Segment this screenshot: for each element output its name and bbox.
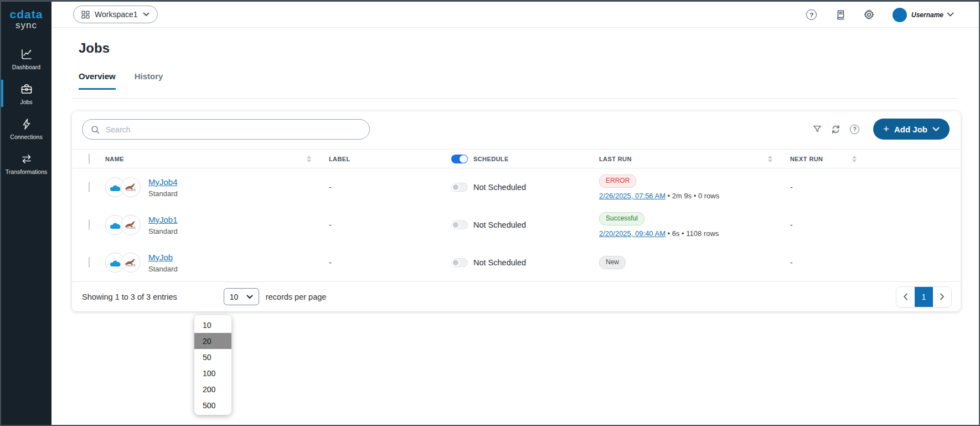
sidebar-nav: Dashboard Jobs: [1, 43, 51, 179]
search-icon: [90, 125, 100, 135]
page-size-option[interactable]: 50: [194, 349, 231, 365]
sidebar-item-jobs[interactable]: Jobs: [1, 78, 51, 109]
app-window: cdata sync Dashboard: [0, 0, 980, 426]
dashboard-chart-icon: [20, 48, 33, 61]
table-row: MariaDB MyJob1 Standard - Not Scheduled: [72, 206, 961, 244]
transformations-arrows-icon: [20, 152, 33, 166]
next-run-cell: -: [790, 183, 952, 192]
refresh-button[interactable]: [827, 120, 845, 138]
mariadb-label: MariaDB: [126, 189, 136, 192]
sidebar: cdata sync Dashboard: [1, 2, 51, 425]
page-size-dropdown: 10 20 50 100 200 500: [194, 315, 231, 415]
tab-history[interactable]: History: [135, 71, 163, 90]
topbar-actions: ? Usern: [793, 2, 954, 28]
job-name-link[interactable]: MyJob: [148, 253, 173, 262]
table-help-button[interactable]: ?: [845, 120, 864, 138]
status-badge: New: [599, 256, 626, 269]
docs-book-icon: [835, 9, 846, 20]
page-size-select[interactable]: 10: [224, 288, 259, 305]
page-size-option[interactable]: 200: [194, 381, 231, 397]
job-name-link[interactable]: MyJob1: [148, 215, 178, 224]
last-run-link[interactable]: 2/26/2025, 07:56 AM: [599, 192, 666, 200]
search-box: [82, 119, 370, 140]
settings-gear-icon: [863, 9, 875, 20]
job-type: Standard: [148, 189, 178, 198]
settings-button[interactable]: [859, 5, 879, 25]
last-run-meta: • 2m 9s • 0 rows: [666, 192, 719, 200]
prev-page-button[interactable]: [896, 287, 915, 307]
help-button[interactable]: ?: [802, 5, 822, 25]
select-all-checkbox[interactable]: [89, 153, 90, 164]
row-checkbox[interactable]: [89, 257, 90, 268]
table-header: NAME LABEL SCHEDULE LAST RUN NEXT RUN: [72, 149, 961, 168]
column-header-label: LABEL: [329, 156, 451, 162]
jobs-briefcase-icon: [20, 83, 33, 96]
add-job-button[interactable]: + Add Job: [873, 119, 950, 140]
records-per-page-label: records per page: [266, 292, 327, 301]
logo-sync: sync: [10, 20, 43, 30]
row-checkbox[interactable]: [89, 182, 90, 192]
topbar: Workspace1 ?: [51, 2, 979, 28]
table-footer: Showing 1 to 3 of 3 entries 10 records p…: [72, 281, 961, 311]
page-size-option[interactable]: 500: [194, 397, 231, 413]
filter-button[interactable]: [808, 120, 827, 138]
column-label: LABEL: [329, 156, 350, 162]
help-icon: ?: [806, 9, 817, 20]
job-type: Standard: [148, 265, 178, 273]
tabs-divider: [72, 98, 958, 99]
logo-cdata: cdata: [10, 8, 43, 20]
next-run-cell: -: [790, 258, 952, 267]
sidebar-item-connections[interactable]: Connections: [1, 112, 51, 144]
schedule-toggle[interactable]: [451, 183, 468, 192]
jobs-panel: ? + Add Job NAME LABEL: [72, 111, 961, 311]
mariadb-icon: MariaDB: [121, 177, 141, 197]
page-size-option[interactable]: 100: [194, 365, 231, 381]
schedule-master-toggle[interactable]: [451, 155, 468, 163]
column-header-schedule: SCHEDULE: [451, 155, 599, 163]
chevron-down-icon: [246, 295, 253, 299]
sort-icon[interactable]: [768, 156, 772, 162]
schedule-state: Not Scheduled: [473, 258, 526, 267]
page-size-value: 10: [230, 292, 239, 301]
sidebar-item-transformations[interactable]: Transformations: [1, 147, 51, 179]
showing-entries-text: Showing 1 to 3 of 3 entries: [82, 292, 177, 301]
status-badge: Successful: [599, 212, 644, 225]
column-label: SCHEDULE: [473, 156, 509, 162]
chevron-down-icon: [932, 127, 940, 132]
label-cell: -: [329, 258, 451, 267]
mariadb-label: MariaDB: [126, 227, 136, 230]
pagination: 1: [896, 286, 952, 307]
user-avatar[interactable]: [893, 8, 907, 22]
workspace-name: Workspace1: [95, 10, 138, 19]
help-icon: ?: [850, 125, 859, 134]
schedule-toggle[interactable]: [451, 220, 468, 229]
job-name-link[interactable]: MyJob4: [148, 177, 178, 187]
page-size-option[interactable]: 20: [194, 333, 231, 349]
page-number[interactable]: 1: [915, 287, 933, 307]
job-type: Standard: [148, 227, 178, 235]
table-row: MariaDB MyJob Standard - Not Scheduled: [72, 244, 961, 281]
docs-button[interactable]: [831, 5, 850, 25]
sort-icon[interactable]: [852, 156, 857, 162]
tabs: Overview History: [79, 71, 163, 90]
sort-icon[interactable]: [307, 156, 311, 162]
table-row: MariaDB MyJob4 Standard - Not Scheduled: [72, 168, 961, 206]
page-title: Jobs: [79, 40, 110, 56]
schedule-state: Not Scheduled: [473, 183, 526, 192]
connections-bolt-icon: [20, 117, 33, 131]
connector-icons: MariaDB: [105, 253, 141, 273]
column-header-next-run: NEXT RUN: [790, 156, 952, 162]
next-run-cell: -: [790, 220, 952, 229]
search-input[interactable]: [106, 125, 362, 134]
schedule-toggle[interactable]: [451, 258, 468, 267]
main-content: Jobs Overview History: [51, 28, 979, 425]
filter-funnel-icon: [812, 124, 822, 134]
tab-overview[interactable]: Overview: [79, 71, 116, 90]
last-run-link[interactable]: 2/20/2025, 09:40 AM: [599, 229, 666, 238]
row-checkbox[interactable]: [89, 219, 90, 230]
chevron-down-icon[interactable]: [947, 12, 954, 17]
sidebar-item-dashboard[interactable]: Dashboard: [1, 43, 51, 74]
workspace-selector[interactable]: Workspace1: [73, 6, 158, 23]
next-page-button[interactable]: [933, 287, 951, 307]
page-size-option[interactable]: 10: [194, 317, 231, 333]
